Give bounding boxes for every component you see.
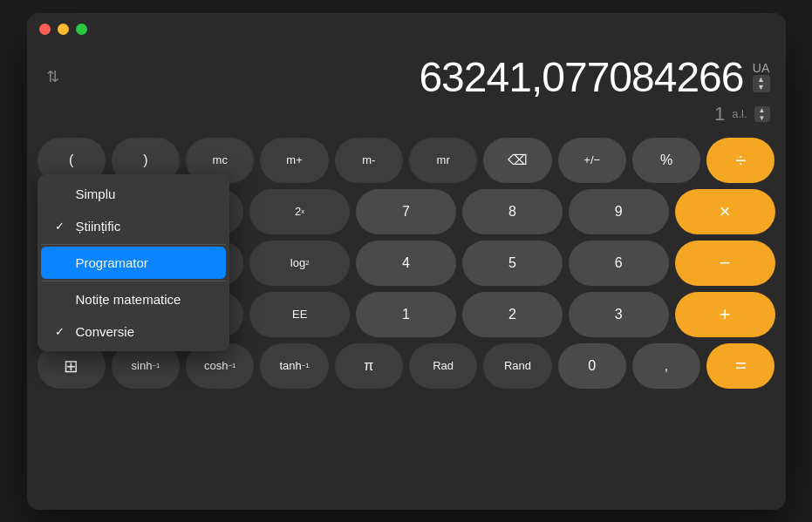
menu-item-programator[interactable]: Programator (41, 247, 226, 279)
menu-item-notite[interactable]: Notițe matematice (41, 283, 226, 315)
mr-button[interactable]: mr (409, 138, 477, 183)
comma-button[interactable]: , (632, 343, 700, 389)
menu-separator-1 (41, 244, 226, 245)
calculator-window: ⇅ 63241,077084266 UA ▲ ▼ 1 a.l. ▲ ▼ ( ) (27, 13, 786, 510)
sort-icon[interactable]: ⇅ (43, 65, 63, 88)
eight-button[interactable]: 8 (462, 189, 563, 234)
zero-button[interactable]: 0 (558, 343, 626, 389)
plusminus-button[interactable]: +/− (558, 138, 626, 183)
four-button[interactable]: 4 (356, 241, 456, 286)
programator-label: Programator (76, 255, 148, 270)
secondary-unit: a.l. (732, 107, 747, 120)
unit-label: UA (753, 61, 769, 75)
percent-button[interactable]: % (632, 138, 700, 183)
menu-separator-2 (41, 281, 226, 281)
two-button[interactable]: 2 (462, 292, 563, 337)
seven-button[interactable]: 7 (356, 189, 456, 234)
minus-button[interactable]: − (675, 241, 775, 286)
notite-label: Notițe matematice (76, 292, 181, 307)
secondary-arrows[interactable]: ▲ ▼ (754, 106, 770, 122)
buttons-area: ( ) mc m+ m- mr ⌫ +/− % ÷ xy yx 2x 7 8 9… (27, 132, 786, 403)
pi-button[interactable]: π (335, 343, 403, 389)
secondary-value: 1 (714, 103, 725, 125)
unit-arrows[interactable]: ▲ ▼ (753, 75, 770, 92)
backspace-button[interactable]: ⌫ (483, 138, 551, 183)
maximize-button[interactable] (76, 24, 87, 35)
three-button[interactable]: 3 (569, 292, 669, 337)
log2-button[interactable]: log2 (249, 241, 350, 286)
conversie-label: Conversie (76, 324, 135, 339)
ee-button[interactable]: EE (249, 292, 350, 337)
stiintific-label: Științific (76, 219, 121, 234)
menu-item-simplu[interactable]: Simplu (41, 178, 226, 210)
main-value: 63241,077084266 (72, 53, 744, 101)
conversie-checkmark: ✓ (55, 325, 69, 338)
traffic-lights (39, 24, 87, 35)
rad-button[interactable]: Rad (409, 343, 477, 389)
main-display: ⇅ 63241,077084266 UA ▲ ▼ (43, 53, 770, 101)
nine-button[interactable]: 9 (569, 189, 669, 234)
menu-item-conversie[interactable]: ✓ Conversie (41, 315, 226, 348)
tanhinv-button[interactable]: tanh−1 (260, 343, 328, 389)
equals-button[interactable]: = (706, 343, 774, 389)
six-button[interactable]: 6 (569, 241, 669, 286)
multiply-button[interactable]: × (675, 189, 775, 234)
display-area: ⇅ 63241,077084266 UA ▲ ▼ 1 a.l. ▲ ▼ (27, 46, 786, 132)
one-button[interactable]: 1 (356, 292, 456, 337)
plus-button[interactable]: + (675, 292, 775, 337)
mminus-button[interactable]: m- (335, 138, 403, 183)
secondary-display: 1 a.l. ▲ ▼ (43, 101, 770, 127)
2x-button[interactable]: 2x (249, 189, 350, 234)
unit-selector[interactable]: UA ▲ ▼ (753, 61, 770, 92)
divide-button[interactable]: ÷ (706, 138, 774, 183)
five-button[interactable]: 5 (462, 241, 563, 286)
titlebar (27, 13, 786, 46)
minimize-button[interactable] (58, 24, 69, 35)
close-button[interactable] (39, 24, 51, 35)
mplus-button[interactable]: m+ (260, 138, 328, 183)
mode-dropdown-menu: Simplu ✓ Științific Programator Notițe m… (38, 174, 229, 351)
rand-button[interactable]: Rand (483, 343, 551, 389)
stiintific-checkmark: ✓ (55, 220, 69, 233)
menu-item-stiintific[interactable]: ✓ Științific (41, 210, 226, 242)
simplu-label: Simplu (76, 186, 116, 201)
